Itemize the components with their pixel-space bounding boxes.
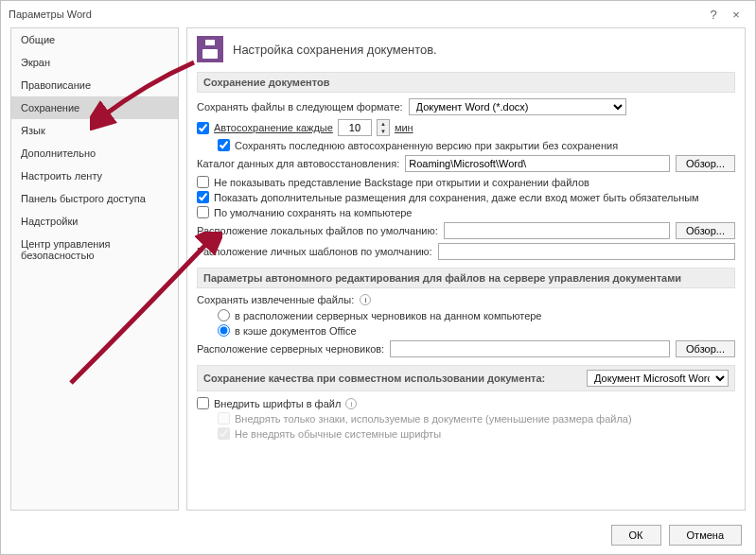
default-computer-checkbox[interactable] xyxy=(197,206,209,218)
section-offline: Параметры автономного редактирования для… xyxy=(197,268,735,288)
autorecover-path-input[interactable] xyxy=(405,155,670,172)
fidelity-doc-select[interactable]: Документ Microsoft Word xyxy=(587,370,729,387)
sidebar-item[interactable]: Экран xyxy=(11,51,178,74)
sidebar-item[interactable]: Правописание xyxy=(11,74,178,96)
embed-used-checkbox xyxy=(218,412,230,425)
autorecover-browse-button[interactable]: Обзор... xyxy=(676,155,735,172)
autosave-checkbox[interactable] xyxy=(197,122,209,134)
autosave-minutes-input[interactable] xyxy=(338,119,372,136)
templates-input[interactable] xyxy=(438,243,735,260)
dialog-footer: ОК Отмена xyxy=(1,516,755,554)
no-backstage-label: Не показывать представление Backstage пр… xyxy=(214,177,589,188)
radio-cache-label: в кэше документов Office xyxy=(235,325,357,337)
cancel-button[interactable]: Отмена xyxy=(669,525,742,546)
sidebar-item[interactable]: Сохранение xyxy=(11,96,178,119)
autosave-unit: мин xyxy=(395,122,413,133)
local-files-browse-button[interactable]: Обзор... xyxy=(676,222,735,239)
autosave-spinner[interactable]: ▲▼ xyxy=(377,119,390,136)
options-dialog: Параметры Word ? × ОбщиеЭкранПравописани… xyxy=(0,0,756,555)
keep-last-label: Сохранять последнюю автосохраненную верс… xyxy=(235,140,618,151)
radio-server-drafts[interactable] xyxy=(218,309,230,321)
sidebar-item[interactable]: Центр управления безопасностью xyxy=(11,233,178,267)
section-save-documents: Сохранение документов xyxy=(197,72,735,93)
default-computer-label: По умолчанию сохранять на компьютере xyxy=(214,207,412,218)
sidebar-item[interactable]: Общие xyxy=(11,28,178,51)
radio-server-label: в расположении серверных черновиков на д… xyxy=(235,310,541,321)
show-additional-label: Показать дополнительные размещения для с… xyxy=(214,192,699,203)
section-fidelity: Сохранение качества при совместном испол… xyxy=(197,365,735,391)
help-icon[interactable]: ? xyxy=(702,8,725,22)
page-title: Настройка сохранения документов. xyxy=(233,43,437,57)
show-additional-checkbox[interactable] xyxy=(197,191,209,203)
sidebar-item[interactable]: Надстройки xyxy=(11,210,178,233)
format-label: Сохранять файлы в следующем формате: xyxy=(197,101,403,113)
embed-fonts-label: Внедрить шрифты в файл xyxy=(214,398,341,409)
close-icon[interactable]: × xyxy=(725,8,747,22)
fidelity-title: Сохранение качества при совместном испол… xyxy=(203,373,545,384)
format-select[interactable]: Документ Word (*.docx) xyxy=(409,98,626,115)
no-system-fonts-label: Не внедрять обычные системные шрифты xyxy=(235,428,441,440)
drafts-browse-button[interactable]: Обзор... xyxy=(676,340,735,357)
ok-button[interactable]: ОК xyxy=(611,525,661,546)
category-sidebar: ОбщиеЭкранПравописаниеСохранениеЯзыкДопо… xyxy=(10,27,179,511)
checked-out-label: Сохранять извлеченные файлы: xyxy=(197,294,354,305)
embed-used-label: Внедрять только знаки, используемые в до… xyxy=(235,413,632,425)
local-files-input[interactable] xyxy=(444,222,670,239)
templates-label: Расположение личных шаблонов по умолчани… xyxy=(197,246,432,257)
autosave-label: Автосохранение каждые xyxy=(214,122,333,133)
embed-fonts-checkbox[interactable] xyxy=(197,397,209,409)
drafts-label: Расположение серверных черновиков: xyxy=(197,343,384,355)
no-backstage-checkbox[interactable] xyxy=(197,176,209,188)
sidebar-item[interactable]: Панель быстрого доступа xyxy=(11,187,178,210)
drafts-input[interactable] xyxy=(390,340,670,357)
sidebar-item[interactable]: Язык xyxy=(11,119,178,142)
sidebar-item[interactable]: Дополнительно xyxy=(11,142,178,165)
radio-office-cache[interactable] xyxy=(218,324,230,337)
content-pane: Настройка сохранения документов. Сохране… xyxy=(186,27,746,511)
local-files-label: Расположение локальных файлов по умолчан… xyxy=(197,225,438,236)
info-icon[interactable]: i xyxy=(345,398,357,409)
sidebar-item[interactable]: Настроить ленту xyxy=(11,165,178,187)
no-system-fonts-checkbox xyxy=(218,427,230,440)
dialog-title: Параметры Word xyxy=(9,9,702,20)
info-icon[interactable]: i xyxy=(360,294,371,305)
titlebar: Параметры Word ? × xyxy=(1,1,755,27)
keep-last-checkbox[interactable] xyxy=(218,139,230,151)
autorecover-label: Каталог данных для автовосстановления: xyxy=(197,158,399,169)
save-disk-icon xyxy=(197,36,223,62)
